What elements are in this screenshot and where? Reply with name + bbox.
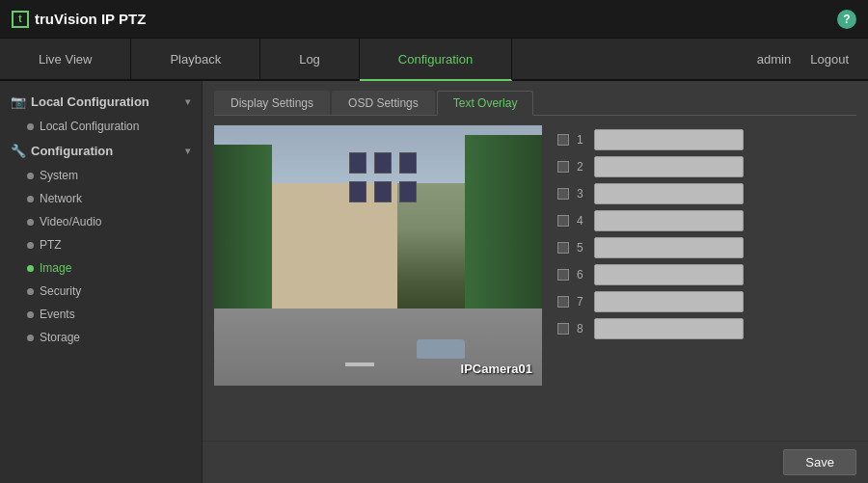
local-config-dot: [27, 123, 34, 130]
building-windows: [349, 152, 417, 202]
window-2: [374, 152, 392, 174]
nav-logout[interactable]: Logout: [799, 52, 860, 67]
overlay-checkbox-8[interactable]: [557, 323, 569, 335]
configuration-icon: 🔧: [12, 145, 25, 158]
sidebar-item-ptz-label: PTZ: [40, 238, 62, 252]
header-right: ?: [837, 10, 856, 29]
road-line: [345, 362, 374, 366]
tab-osd-settings[interactable]: OSD Settings: [332, 91, 435, 115]
overlay-input-5[interactable]: [594, 237, 744, 258]
local-config-icon: 📷: [12, 95, 25, 109]
camera-image: [214, 125, 542, 386]
window-6: [399, 181, 417, 202]
overlay-row-8: 8: [557, 318, 744, 339]
nav-log[interactable]: Log: [260, 39, 360, 79]
overlay-row-1: 1: [557, 129, 744, 150]
sidebar-item-local-config-label: Local Configuration: [40, 120, 139, 133]
nav-spacer: [512, 39, 742, 79]
sidebar-item-security-label: Security: [40, 284, 81, 298]
window-3: [399, 152, 417, 174]
sidebar-item-network-label: Network: [40, 192, 82, 205]
window-1: [349, 152, 366, 174]
overlay-input-3[interactable]: [594, 183, 744, 204]
video-audio-dot: [27, 219, 34, 226]
sidebar-item-video-audio-label: Video/Audio: [40, 215, 102, 228]
overlay-checkbox-5[interactable]: [557, 242, 569, 254]
overlay-num-4: 4: [577, 214, 586, 228]
sub-tabs: Display Settings OSD Settings Text Overl…: [214, 91, 856, 116]
window-5: [374, 181, 392, 202]
app-title: truVision IP PTZ: [35, 11, 146, 27]
overlay-checkbox-3[interactable]: [557, 188, 569, 200]
content-area: Display Settings OSD Settings Text Overl…: [203, 81, 868, 441]
app-header: t truVision IP PTZ ?: [0, 0, 868, 39]
sidebar-item-local-config[interactable]: Local Configuration: [0, 115, 202, 138]
logo-box: t: [12, 11, 29, 28]
overlay-input-8[interactable]: [594, 318, 744, 339]
security-dot: [27, 288, 34, 295]
nav-username: admin: [749, 52, 799, 67]
overlay-input-1[interactable]: [594, 129, 744, 150]
sidebar-item-events[interactable]: Events: [0, 303, 202, 326]
tab-display-settings[interactable]: Display Settings: [214, 91, 330, 115]
overlay-row-6: 6: [557, 264, 744, 285]
main-nav: Live View Playback Log Configuration adm…: [0, 39, 868, 81]
overlay-input-4[interactable]: [594, 210, 744, 231]
local-config-arrow: ▾: [185, 96, 190, 107]
nav-configuration[interactable]: Configuration: [360, 39, 512, 81]
overlay-checkbox-7[interactable]: [557, 296, 569, 308]
overlay-checkbox-4[interactable]: [557, 215, 569, 227]
sidebar-item-storage-label: Storage: [40, 331, 80, 344]
image-dot: [27, 265, 34, 272]
camera-preview: IPCamera01: [214, 125, 542, 386]
overlay-row-2: 2: [557, 156, 744, 177]
overlay-checkbox-6[interactable]: [557, 269, 569, 281]
overlay-row-5: 5: [557, 237, 744, 258]
sidebar-item-events-label: Events: [40, 308, 75, 321]
sidebar-item-security[interactable]: Security: [0, 280, 202, 303]
overlay-input-2[interactable]: [594, 156, 744, 177]
nav-live-view[interactable]: Live View: [0, 39, 131, 79]
sidebar-item-ptz[interactable]: PTZ: [0, 233, 202, 256]
storage-dot: [27, 335, 34, 341]
overlay-input-6[interactable]: [594, 264, 744, 285]
configuration-arrow: ▾: [185, 146, 190, 156]
overlay-row-3: 3: [557, 183, 744, 204]
overlay-input-7[interactable]: [594, 291, 744, 312]
overlay-row-7: 7: [557, 291, 744, 312]
main-layout: 📷 Local Configuration ▾ Local Configurat…: [0, 81, 868, 483]
overlay-num-3: 3: [577, 187, 586, 201]
tab-text-overlay[interactable]: Text Overlay: [437, 91, 534, 116]
app-logo: t truVision IP PTZ: [12, 11, 146, 28]
nav-user: admin Logout: [742, 39, 868, 79]
sidebar-section-local-config[interactable]: 📷 Local Configuration ▾: [0, 89, 202, 115]
help-button[interactable]: ?: [837, 10, 856, 29]
camera-label: IPCamera01: [461, 362, 532, 376]
sidebar-item-system[interactable]: System: [0, 164, 202, 187]
overlay-fields: 1 2 3 4: [557, 125, 744, 431]
building: [272, 183, 397, 309]
sidebar-section-configuration-label: Configuration: [31, 144, 113, 158]
overlay-num-1: 1: [577, 133, 586, 147]
ptz-dot: [27, 242, 34, 249]
car: [417, 339, 465, 359]
window-4: [349, 181, 366, 202]
overlay-num-5: 5: [577, 241, 586, 255]
overlay-checkbox-2[interactable]: [557, 161, 569, 173]
overlay-num-2: 2: [577, 160, 586, 174]
overlay-checkbox-1[interactable]: [557, 134, 569, 146]
save-button[interactable]: Save: [783, 449, 856, 475]
sidebar-item-network[interactable]: Network: [0, 187, 202, 210]
sidebar-item-system-label: System: [40, 169, 78, 182]
sidebar-item-storage[interactable]: Storage: [0, 326, 202, 349]
sidebar-section-configuration[interactable]: 🔧 Configuration ▾: [0, 138, 202, 164]
overlay-num-6: 6: [577, 268, 586, 282]
network-dot: [27, 196, 34, 202]
panel: IPCamera01 1 2: [214, 125, 856, 431]
sidebar-section-local-config-label: Local Configuration: [31, 94, 149, 109]
overlay-row-4: 4: [557, 210, 744, 231]
sidebar-item-image-label: Image: [40, 261, 71, 275]
nav-playback[interactable]: Playback: [131, 39, 260, 79]
sidebar-item-image[interactable]: Image: [0, 256, 202, 280]
sidebar-item-video-audio[interactable]: Video/Audio: [0, 210, 202, 233]
